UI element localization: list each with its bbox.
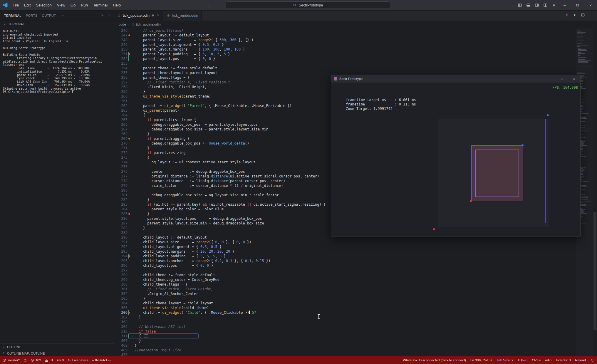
menu-file[interactable]: File [10,0,21,10]
line-number: 253 [114,61,128,66]
menu-view[interactable]: View [54,0,68,10]
breadcrumb-item[interactable]: code [119,23,126,26]
customize-layout-button[interactable] [541,1,550,10]
panel-tab-terminal[interactable]: TERMINAL [4,11,21,20]
line-number: 271 [114,146,128,150]
reload-status[interactable]: Reload [575,358,586,362]
whitebox-status[interactable]: WhiteBox: Disconnected (click to connect… [403,358,466,362]
code-line: 302 .Origin_At_Anchor_Center [114,291,597,296]
panel-tab-output[interactable]: OUTPUT [42,11,56,20]
warnings-status-label: 31 [50,358,53,362]
back-button[interactable]: ← [207,3,213,8]
terminal-view-header[interactable]: TERMINAL [0,21,114,28]
changes-icon [565,13,569,17]
editor-scrollbar[interactable] [593,28,597,356]
menu-terminal[interactable]: Terminal [90,0,110,10]
panel-more-button[interactable] [94,13,98,18]
line-number: 249 [114,42,128,47]
code-line: 250 parent_layout.margins = { 100, 100, … [114,47,597,52]
scrollbar-thumb[interactable] [593,212,596,330]
encoding-status[interactable]: UTF-8 [518,358,528,362]
more-icon [60,14,64,17]
sync-status[interactable] [23,358,27,362]
folded-code-ellipsis[interactable]: ⋯ [144,334,148,338]
menu-help[interactable]: Help [110,0,123,10]
editor-tab-tick_update.odin[interactable]: tick_update.odinM [114,11,163,21]
line-number: 281 [114,193,128,197]
chevron-down-icon[interactable] [131,335,134,338]
panel-chevron-down-button[interactable] [101,13,105,18]
toggle-panel-button[interactable] [524,1,533,10]
maximize-button[interactable] [571,0,584,10]
close-button[interactable] [584,0,597,10]
forward-button[interactable]: → [216,3,222,8]
editor-more-button[interactable] [589,13,593,18]
sectr-window-titlebar[interactable]: Sectr Prototype [331,75,580,83]
open-changes-button[interactable] [565,13,569,18]
minimize-icon[interactable] [548,77,551,80]
broadcast-icon [57,358,61,362]
code-line: 469//endregion Imgui Tick [114,348,597,353]
tab-close-button[interactable] [156,14,160,18]
code-line: 298 child_theme := frame_style_default [114,273,597,277]
modified-marker [128,34,130,36]
run-button[interactable] [573,13,577,18]
panel-close-button[interactable] [108,13,111,18]
language-status[interactable]: odin [545,358,551,362]
ports-status[interactable]: 0 [57,358,64,362]
line-number: 288 [114,226,128,230]
section-label: OUTLINE MAP: OUTLINE [7,352,45,355]
split-editor-button[interactable] [581,13,585,18]
sectr-logo [334,77,337,80]
close-icon[interactable] [572,77,576,80]
line-number: 255 [114,71,128,75]
errors-status[interactable]: 102 [31,358,41,362]
menu-edit[interactable]: Edit [21,0,33,10]
branch-status[interactable]: master* [3,358,20,362]
breadcrumb-item[interactable]: tick_update.odin [131,23,161,26]
sectr-prototype-window[interactable]: Sectr Prototype FPS: 164.998 frametime_t… [331,75,581,236]
sectr-canvas[interactable]: FPS: 164.998 frametime_target_ms : 6.061… [331,83,580,236]
toggle-sidebar-button[interactable] [516,1,524,10]
search-input[interactable]: SectrPrototype [226,1,390,9]
title-bar: FileEditSelectionViewGoRunTerminalHelp ←… [0,0,597,11]
warnings-status[interactable]: 31 [45,358,53,362]
insert-mode-status[interactable]: -- INSERT -- [92,358,110,362]
section-header-outline[interactable]: OUTLINE [0,343,114,350]
ports-status-label: 0 [62,358,64,362]
editor-tab-tick_render.odin[interactable]: tick_render.odin [163,11,202,21]
menu-run[interactable]: Run [78,0,90,10]
child-widget-box[interactable] [471,145,523,201]
terminal-line: Build.ps1 [3,29,114,33]
indents-status[interactable]: Indents: 3 [556,358,571,362]
minimize-button[interactable] [558,0,571,10]
terminal-line: LLVM API Code Gen - 793.454 ms - 70.54% [3,80,114,84]
terminal-line: ini.ps1 imported [3,36,114,40]
panel-tab-ports[interactable]: PORTS [26,11,38,20]
live-share-status[interactable]: Live Share [67,358,88,362]
toggle-secondary-sidebar-button[interactable] [533,1,541,10]
terminal-line: Building Sectr Module [3,53,114,57]
maximize-icon[interactable] [560,77,564,80]
menu-go[interactable]: Go [68,0,78,10]
line-number: 252 [114,56,128,61]
chevron-down-icon [3,22,7,26]
code-line: 293 child_layout.margins = { 20, 20, 20,… [114,249,597,254]
terminal-line: ld\sectr.exp [3,63,114,67]
line-number: 470 [114,353,128,356]
terminal-output[interactable]: Build.ps1incremental_checks.ps1 imported… [0,28,114,343]
panel-tabs-overflow[interactable] [60,11,64,20]
terminal-line [3,50,114,53]
line-number: 267 [114,127,128,132]
tab-size-status[interactable]: Tab Size: 2 [497,358,514,362]
notifications-bell[interactable] [590,358,594,362]
settings-button[interactable] [550,1,558,10]
cursor-position-status[interactable]: Ln 306, Col 57 [470,358,492,362]
section-label: OUTLINE [7,345,21,349]
menu-selection[interactable]: Selection [33,0,54,10]
layout-panel-icon [526,3,531,7]
layout-sidebar-icon [518,3,522,7]
code-line: 308 [114,320,597,324]
section-header-outline-map[interactable]: OUTLINE MAP: OUTLINE [0,350,114,356]
eol-status[interactable]: CRLF [532,358,541,362]
